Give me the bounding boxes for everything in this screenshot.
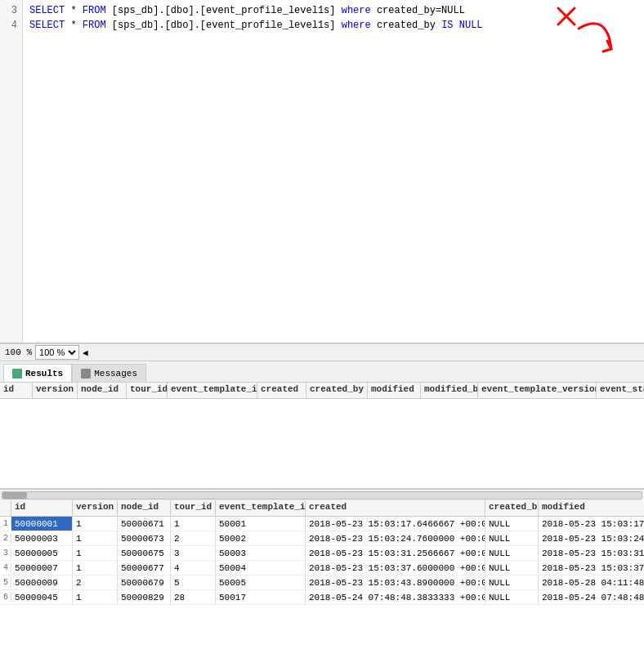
cell-modified: 2018-05-23 15:03:37.6633333 + bbox=[539, 561, 644, 575]
cell-created-by: NULL bbox=[485, 576, 539, 589]
cell-modified: 2018-05-23 15:03:17.7733333 + bbox=[539, 517, 644, 531]
col-event-template-version-top: event_template_version bbox=[478, 383, 597, 398]
tab-results-label: Results bbox=[25, 369, 63, 378]
col-node-id-top: node_id bbox=[78, 383, 127, 398]
row-number: 4 bbox=[0, 562, 11, 573]
cell-id: 50000045 bbox=[11, 590, 73, 604]
tabs: Results Messages bbox=[0, 361, 644, 383]
table-row[interactable]: 6 50000045 1 50000829 28 50017 2018-05-2… bbox=[0, 590, 644, 605]
cell-version: 1 bbox=[73, 590, 118, 604]
cell-version: 1 bbox=[73, 517, 118, 531]
col-id-top: id bbox=[0, 383, 33, 398]
cell-tour-id: 3 bbox=[171, 546, 216, 560]
col-version-bottom: version bbox=[73, 500, 118, 516]
col-version-top: version bbox=[33, 383, 78, 398]
cell-id: 50000003 bbox=[11, 531, 73, 545]
tab-messages-label: Messages bbox=[94, 369, 137, 378]
col-id-bottom: id bbox=[11, 500, 73, 516]
cell-version: 2 bbox=[73, 576, 118, 589]
cell-created-by: NULL bbox=[485, 546, 539, 560]
cell-created-by: NULL bbox=[485, 531, 539, 545]
table-row[interactable]: 3 50000005 1 50000675 3 50003 2018-05-23… bbox=[0, 546, 644, 561]
col-modified-top: modified bbox=[368, 383, 421, 398]
table-row[interactable]: 1 50000001 1 50000671 1 50001 2018-05-23… bbox=[0, 517, 644, 531]
cell-tour-id: 5 bbox=[171, 576, 216, 589]
cell-node-id: 50000677 bbox=[118, 561, 171, 575]
cell-event-template-id: 50017 bbox=[216, 590, 306, 604]
cell-modified: 2018-05-23 15:03:24.8100000 + bbox=[539, 531, 644, 545]
row-number: 5 bbox=[0, 577, 11, 588]
col-created-by-top: created_by bbox=[306, 383, 368, 398]
cell-modified: 2018-05-23 15:03:31.3366667 + bbox=[539, 546, 644, 560]
cell-node-id: 50000673 bbox=[118, 531, 171, 545]
bottom-results: id version node_id tour_id event_templat… bbox=[0, 500, 644, 635]
results-empty-area bbox=[0, 399, 644, 489]
cell-id: 50000001 bbox=[11, 517, 73, 531]
code-area[interactable]: SELECT * FROM [sps_db].[dbo].[event_prof… bbox=[23, 0, 644, 343]
line-numbers: 3 4 bbox=[0, 0, 23, 343]
tab-results[interactable]: Results bbox=[3, 364, 72, 382]
cell-tour-id: 4 bbox=[171, 561, 216, 575]
horizontal-scrollbar[interactable] bbox=[0, 489, 644, 500]
row-number: 1 bbox=[0, 518, 11, 529]
results-header-bottom: id version node_id tour_id event_templat… bbox=[0, 500, 644, 517]
col-modified-bottom: modified bbox=[539, 500, 644, 516]
cell-created: 2018-05-23 15:03:31.2566667 +00:00 bbox=[306, 546, 485, 560]
cell-node-id: 50000671 bbox=[118, 517, 171, 531]
cell-version: 1 bbox=[73, 531, 118, 545]
cell-created: 2018-05-23 15:03:17.6466667 +00:00 bbox=[306, 517, 485, 531]
cell-event-template-id: 50001 bbox=[216, 517, 306, 531]
col-tour-id-top: tour_id bbox=[127, 383, 168, 398]
results-icon bbox=[12, 369, 22, 378]
zoom-bar: 100 % 100 % 75 % 125 % ◀ bbox=[0, 343, 644, 361]
cell-event-template-id: 50003 bbox=[216, 546, 306, 560]
scrollbar-track[interactable] bbox=[2, 491, 642, 499]
cell-id: 50000009 bbox=[11, 576, 73, 589]
cell-created-by: NULL bbox=[485, 517, 539, 531]
cell-node-id: 50000679 bbox=[118, 576, 171, 589]
row-number: 2 bbox=[0, 533, 11, 544]
cell-tour-id: 2 bbox=[171, 531, 216, 545]
cell-node-id: 50000675 bbox=[118, 546, 171, 560]
col-tour-id-bottom: tour_id bbox=[171, 500, 216, 516]
cell-modified: 2018-05-28 04:11:48.9600000 + bbox=[539, 576, 644, 589]
cell-event-template-id: 50004 bbox=[216, 561, 306, 575]
col-node-id-bottom: node_id bbox=[118, 500, 171, 516]
table-row[interactable]: 2 50000003 1 50000673 2 50002 2018-05-23… bbox=[0, 531, 644, 546]
scroll-arrow-left[interactable]: ◀ bbox=[83, 347, 88, 358]
cell-tour-id: 1 bbox=[171, 517, 216, 531]
col-created-bottom: created bbox=[306, 500, 485, 516]
col-event-template-id-top: event_template_id bbox=[168, 383, 257, 398]
cell-created: 2018-05-24 07:48:48.3833333 +00:00 bbox=[306, 590, 485, 604]
scrollbar-thumb[interactable] bbox=[2, 492, 27, 499]
table-row[interactable]: 4 50000007 1 50000677 4 50004 2018-05-23… bbox=[0, 561, 644, 576]
cell-id: 50000007 bbox=[11, 561, 73, 575]
row-number: 3 bbox=[0, 548, 11, 558]
cell-event-template-id: 50005 bbox=[216, 576, 306, 589]
cell-tour-id: 28 bbox=[171, 590, 216, 604]
cell-event-template-id: 50002 bbox=[216, 531, 306, 545]
cell-id: 50000005 bbox=[11, 546, 73, 560]
cell-modified: 2018-05-24 07:48:48.9466667 + bbox=[539, 590, 644, 604]
cell-created: 2018-05-23 15:03:37.6000000 +00:00 bbox=[306, 561, 485, 575]
col-created-by-bottom: created_by bbox=[485, 500, 539, 516]
row-number: 6 bbox=[0, 592, 11, 602]
results-rows: 1 50000001 1 50000671 1 50001 2018-05-23… bbox=[0, 517, 644, 605]
sql-editor[interactable]: 3 4 SELECT * FROM [sps_db].[dbo].[event_… bbox=[0, 0, 644, 343]
col-created-top: created bbox=[257, 383, 306, 398]
col-event-status-top: event_status bbox=[597, 383, 644, 398]
cell-node-id: 50000829 bbox=[118, 590, 171, 604]
zoom-select[interactable]: 100 % 75 % 125 % bbox=[35, 345, 79, 360]
results-header-top: id version node_id tour_id event_templat… bbox=[0, 383, 644, 399]
cell-created-by: NULL bbox=[485, 561, 539, 575]
col-event-template-id-bottom: event_template_id bbox=[216, 500, 306, 516]
cell-version: 1 bbox=[73, 561, 118, 575]
zoom-level: 100 % bbox=[5, 347, 32, 357]
cell-created: 2018-05-23 15:03:43.8900000 +00:00 bbox=[306, 576, 485, 589]
messages-icon bbox=[81, 369, 91, 378]
cell-created: 2018-05-23 15:03:24.7600000 +00:00 bbox=[306, 531, 485, 545]
table-row[interactable]: 5 50000009 2 50000679 5 50005 2018-05-23… bbox=[0, 576, 644, 590]
tab-messages[interactable]: Messages bbox=[72, 364, 146, 382]
cell-version: 1 bbox=[73, 546, 118, 560]
cell-created-by: NULL bbox=[485, 590, 539, 604]
